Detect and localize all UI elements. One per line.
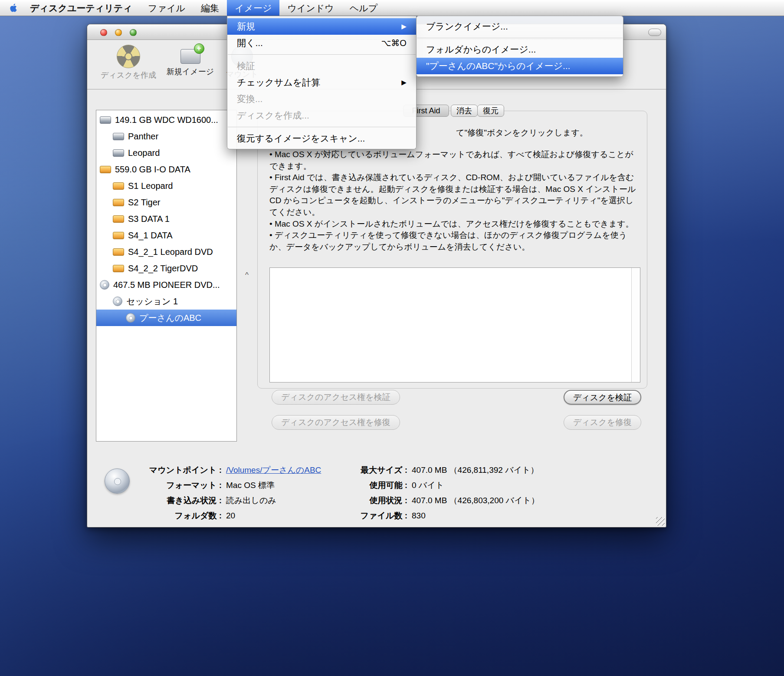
apple-logo-icon xyxy=(9,3,19,13)
list-item-s4-2-2-tigerdvd[interactable]: S4_2_2 TigerDVD xyxy=(96,260,236,277)
external-volume-icon xyxy=(113,182,124,190)
menu-item-scan-image-for-restore[interactable]: 復元するイメージをスキャン... xyxy=(227,130,416,147)
info-value: 20 xyxy=(226,511,321,521)
external-volume-icon xyxy=(113,232,124,239)
apple-menu[interactable] xyxy=(0,0,26,16)
list-item-label: 559.0 GB I-O DATA xyxy=(115,165,190,175)
list-item-panther[interactable]: Panther xyxy=(96,128,236,145)
list-item-label: 149.1 GB WDC WD1600... xyxy=(115,115,218,125)
first-aid-log-area[interactable] xyxy=(269,267,640,383)
volume-icon xyxy=(113,133,124,140)
toolbar-burn-label: ディスクを作成 xyxy=(100,70,157,80)
toolbar-new-image-button[interactable]: 新規イメージ xyxy=(163,44,217,77)
info-label: フォーマット : xyxy=(135,480,222,491)
list-item-label: プーさんのABC xyxy=(139,312,201,324)
menu-app-name[interactable]: ディスクユーティリティ xyxy=(26,0,140,16)
menu-item-burn: ディスクを作成... xyxy=(227,107,416,124)
menu-item-label: 復元するイメージをスキャン... xyxy=(237,130,365,147)
toolbar-new-image-label: 新規イメージ xyxy=(163,66,217,77)
list-item-disk-iodata[interactable]: 559.0 GB I-O DATA xyxy=(96,161,236,178)
list-item-s4-1-data[interactable]: S4_1 DATA xyxy=(96,227,236,244)
scrollbar-track[interactable] xyxy=(631,268,640,382)
submenu-item-image-from-pooh-abc[interactable]: "プーさんのABC"からのイメージ... xyxy=(417,58,623,74)
info-value: 407.0 MB （426,811,392 バイト） xyxy=(412,465,539,476)
list-item-label: S4_1 DATA xyxy=(128,231,173,241)
toolbar-burn-button[interactable]: ディスクを作成 xyxy=(100,44,157,80)
list-item-pioneer-dvd[interactable]: 467.5 MB PIONEER DVD... xyxy=(96,277,236,293)
volume-info-left: マウントポイント : /Volumes/プーさんのABC フォーマット : Ma… xyxy=(135,465,321,521)
minimize-button[interactable] xyxy=(115,29,122,36)
submenu-item-blank-image[interactable]: ブランクイメージ... xyxy=(417,18,623,35)
external-volume-icon xyxy=(113,265,124,272)
resize-grip[interactable] xyxy=(656,517,665,526)
menu-separator xyxy=(417,38,623,38)
list-item-s2-tiger[interactable]: S2 Tiger xyxy=(96,194,236,211)
burn-icon xyxy=(117,45,140,68)
list-item-s3-data1[interactable]: S3 DATA 1 xyxy=(96,211,236,227)
menu-item-label: ディスクを作成... xyxy=(237,107,309,124)
mount-point-link[interactable]: /Volumes/プーさんのABC xyxy=(226,465,321,476)
menu-item-label: ブランクイメージ... xyxy=(426,18,508,35)
new-image-icon xyxy=(180,49,200,64)
info-value: 407.0 MB （426,803,200 バイト） xyxy=(412,495,539,506)
menu-item-label: 開く... xyxy=(237,35,263,51)
close-button[interactable] xyxy=(100,29,107,36)
menu-shortcut: ⌥⌘O xyxy=(381,35,407,51)
list-item-label: S4_2_2 TigerDVD xyxy=(128,264,198,274)
list-item-label: セッション 1 xyxy=(126,296,178,307)
info-label: フォルダ数 : xyxy=(135,510,222,521)
list-item-session-1[interactable]: セッション 1 xyxy=(96,293,236,310)
list-item-disk-wdc[interactable]: 149.1 GB WDC WD1600... xyxy=(96,112,236,128)
menu-item-label: チェックサムを計算 xyxy=(237,74,320,91)
repair-disk-button[interactable]: ディスクを修復 xyxy=(564,415,641,430)
menu-separator xyxy=(228,127,416,127)
help-bullet: • Mac OS X が対応しているボリュームフォーマットであれば、すべて検証お… xyxy=(269,149,637,172)
menu-item-label: 検証 xyxy=(237,58,255,74)
menu-bar: ディスクユーティリティ ファイル 編集 イメージ 新規 ▶ ブランクイメージ..… xyxy=(0,0,784,16)
splitter-handle[interactable]: ^ xyxy=(245,271,249,280)
external-volume-icon xyxy=(113,248,124,256)
tab-erase[interactable]: 消去 xyxy=(451,105,478,117)
menu-item-verify: 検証 xyxy=(227,58,416,74)
menu-item-checksum[interactable]: チェックサムを計算 ▶ xyxy=(227,74,416,91)
list-item-pooh-abc-selected[interactable]: プーさんのABC xyxy=(96,310,236,326)
menu-edit[interactable]: 編集 xyxy=(193,0,227,16)
cd-volume-icon xyxy=(105,468,130,494)
toolbar-toggle-button[interactable] xyxy=(648,29,661,36)
menu-item-new[interactable]: 新規 ▶ ブランクイメージ... フォルダからのイメージ... "プーさんのAB… xyxy=(227,18,416,35)
list-item-label: S4_2_1 Leopard DVD xyxy=(128,247,213,257)
zoom-button[interactable] xyxy=(130,29,137,36)
menu-help[interactable]: ヘルプ xyxy=(342,0,385,16)
menu-window[interactable]: ウインドウ xyxy=(279,0,341,16)
list-item-s1-leopard[interactable]: S1 Leopard xyxy=(96,178,236,194)
list-item-label: S3 DATA 1 xyxy=(128,214,170,224)
external-volume-icon xyxy=(113,215,124,223)
list-item-s4-2-1-leopard-dvd[interactable]: S4_2_1 Leopard DVD xyxy=(96,244,236,260)
verify-disk-button[interactable]: ディスクを検証 xyxy=(564,390,641,405)
hard-disk-icon xyxy=(100,116,111,124)
help-bullet: • First Aid では、書き込み保護されているディスク、CD-ROM、およ… xyxy=(269,172,637,218)
optical-disc-icon xyxy=(113,297,122,306)
submenu-item-image-from-folder[interactable]: フォルダからのイメージ... xyxy=(417,41,623,58)
menu-item-convert: 変換... xyxy=(227,91,416,107)
list-item-leopard[interactable]: Leopard xyxy=(96,145,236,161)
list-item-label: Leopard xyxy=(128,148,160,158)
menu-image[interactable]: イメージ 新規 ▶ ブランクイメージ... フォルダからのイメージ... "プー… xyxy=(227,0,279,16)
menu-image-label: イメージ xyxy=(235,3,272,13)
info-label: 最大サイズ : xyxy=(356,465,407,476)
help-bullet: • ディスクユーティリティを使って修復できない場合は、ほかのディスク修復プログラ… xyxy=(269,230,637,253)
menu-item-label: フォルダからのイメージ... xyxy=(426,41,536,58)
list-item-label: Panther xyxy=(128,132,158,142)
list-item-label: S2 Tiger xyxy=(128,198,160,208)
repair-permissions-button[interactable]: ディスクのアクセス権を修復 xyxy=(272,415,400,430)
tab-restore[interactable]: 復元 xyxy=(477,105,504,117)
menu-item-label: 新規 xyxy=(237,18,255,35)
menu-item-open[interactable]: 開く... ⌥⌘O xyxy=(227,35,416,51)
info-value: Mac OS 標準 xyxy=(226,480,321,491)
info-value: 830 xyxy=(412,511,539,521)
list-item-label: S1 Leopard xyxy=(128,181,173,191)
menu-file[interactable]: ファイル xyxy=(140,0,193,16)
verify-permissions-button[interactable]: ディスクのアクセス権を検証 xyxy=(272,390,400,405)
info-label: マウントポイント : xyxy=(135,465,222,476)
info-value: 読み出しのみ xyxy=(226,495,321,506)
